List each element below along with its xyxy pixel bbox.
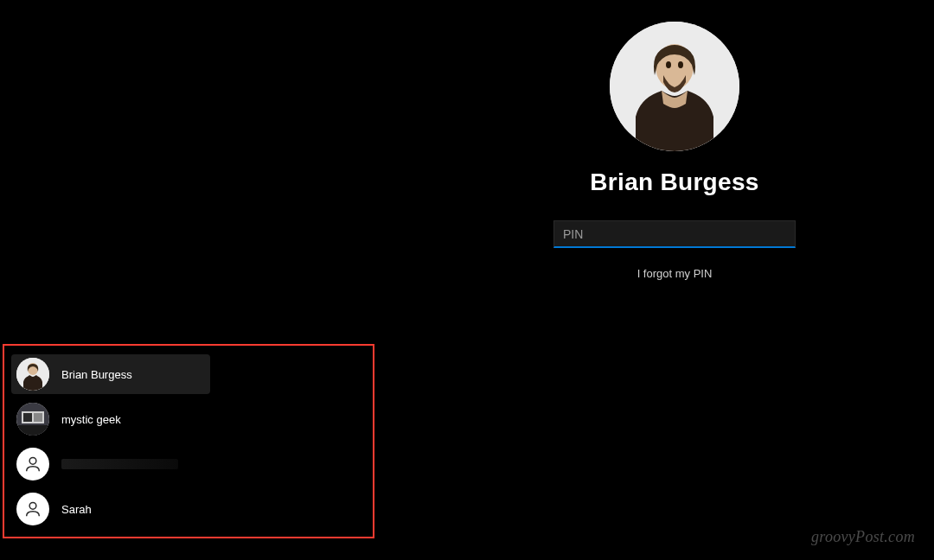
user-item-label-redacted xyxy=(61,459,178,469)
svg-rect-10 xyxy=(16,425,49,436)
user-item-brian-burgess[interactable]: Brian Burgess xyxy=(11,354,210,394)
pin-field-wrapper xyxy=(553,220,796,248)
person-icon xyxy=(23,500,42,519)
svg-rect-8 xyxy=(23,413,32,422)
user-list-highlight-box: Brian Burgess mystic geek xyxy=(3,344,374,538)
svg-point-3 xyxy=(678,61,683,68)
svg-rect-9 xyxy=(34,413,42,422)
svg-point-11 xyxy=(29,457,36,464)
avatar-photo-icon xyxy=(610,22,739,151)
user-avatar-small xyxy=(16,403,49,436)
user-item-label: mystic geek xyxy=(61,413,121,426)
user-avatar-small xyxy=(16,358,49,391)
svg-point-12 xyxy=(29,502,36,509)
user-display-name: Brian Burgess xyxy=(590,169,758,196)
forgot-pin-link[interactable]: I forgot my PIN xyxy=(637,267,713,280)
user-item-label: Sarah xyxy=(61,503,92,516)
user-switcher-list: Brian Burgess mystic geek xyxy=(11,354,366,529)
user-avatar-large xyxy=(610,22,739,151)
user-item-redacted[interactable] xyxy=(11,444,366,484)
avatar-photo-icon xyxy=(16,403,49,436)
watermark-text: groovyPost.com xyxy=(811,528,915,546)
user-item-mystic-geek[interactable]: mystic geek xyxy=(11,399,366,439)
person-icon xyxy=(23,455,42,474)
login-panel: Brian Burgess I forgot my PIN xyxy=(528,22,822,280)
user-item-sarah[interactable]: Sarah xyxy=(11,489,366,529)
avatar-photo-icon xyxy=(16,358,49,391)
user-avatar-small xyxy=(16,448,49,480)
user-item-label: Brian Burgess xyxy=(61,368,132,381)
svg-point-2 xyxy=(666,61,671,68)
user-avatar-small xyxy=(16,493,49,525)
pin-input[interactable] xyxy=(553,220,796,248)
